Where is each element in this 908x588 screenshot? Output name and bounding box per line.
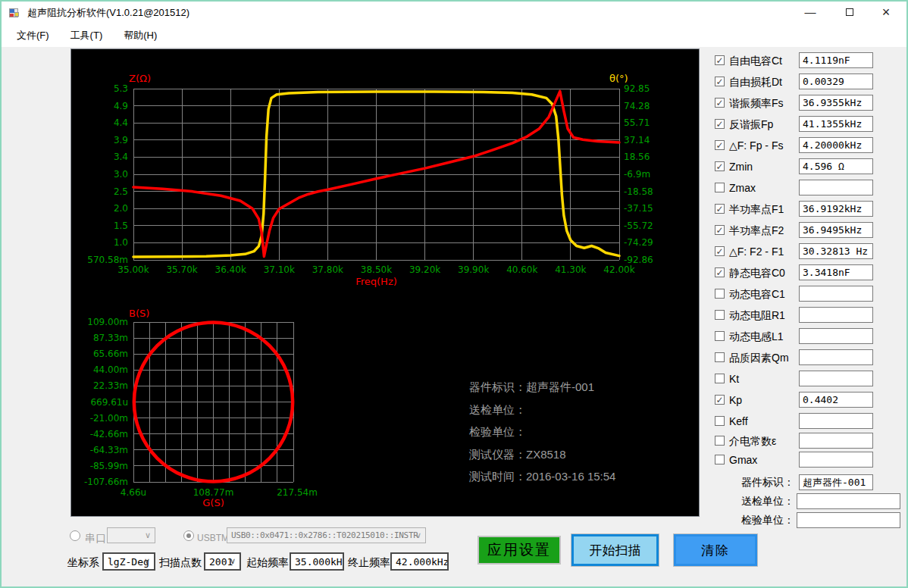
coord-system-select[interactable]: lgZ-Deg ∨ — [102, 552, 155, 571]
param-row: 动态电容C1 — [710, 283, 908, 305]
param-value-input[interactable] — [799, 452, 873, 468]
checkbox-unchecked-icon[interactable] — [715, 416, 725, 426]
b-axis-tick: 669.61u — [90, 397, 128, 408]
param-value-input[interactable] — [799, 433, 873, 449]
param-value-input[interactable] — [799, 413, 873, 429]
checkbox-checked-icon[interactable]: ✓ — [715, 119, 725, 129]
start-freq-input[interactable] — [290, 552, 344, 571]
param-value-input[interactable] — [799, 349, 873, 365]
checkbox-checked-icon[interactable]: ✓ — [715, 77, 725, 86]
stop-freq-input[interactable] — [390, 552, 449, 571]
param-value-input[interactable]: 36.9495kHz — [799, 222, 873, 238]
param-label: Zmin — [729, 156, 753, 177]
theta-axis-tick: -6.9m — [624, 169, 650, 180]
clear-button[interactable]: 清除 — [674, 534, 757, 566]
param-value-input[interactable]: 4.1119nF — [799, 52, 873, 68]
param-label: 谐振频率Fs — [729, 92, 784, 114]
z-axis-tick: 3.4 — [114, 152, 128, 162]
checkbox-checked-icon[interactable]: ✓ — [715, 225, 725, 235]
param-value-input[interactable]: 41.1355kHz — [799, 116, 873, 132]
b-axis-tick: -42.66m — [90, 429, 128, 439]
serial-port-select[interactable]: ∨ — [107, 527, 155, 543]
checkbox-unchecked-icon[interactable] — [715, 436, 725, 446]
annotation-line: 检验单位： — [469, 425, 693, 439]
checkbox-unchecked-icon[interactable] — [715, 331, 725, 341]
title-bar: 超声阻抗分析软件(V1.0.21@201512) — × — [2, 2, 906, 24]
checkbox-unchecked-icon[interactable] — [715, 352, 725, 362]
param-row: ✓自由损耗Dt0.00329 — [710, 71, 908, 92]
param-row: ✓Kp0.4402 — [710, 389, 908, 411]
checkbox-unchecked-icon[interactable] — [715, 289, 725, 299]
apply-settings-button[interactable]: 应用设置 — [477, 536, 561, 565]
checkbox-checked-icon[interactable]: ✓ — [715, 395, 725, 405]
param-label: Gmax — [729, 449, 757, 471]
param-label: 半功率点F1 — [729, 199, 784, 220]
freq-axis-tick: 35.70k — [166, 264, 197, 275]
param-value: 3.3418nF — [800, 265, 872, 280]
param-row: Keff — [710, 411, 908, 432]
param-row: Zmax — [710, 177, 908, 199]
chevron-down-icon: ∨ — [145, 530, 151, 540]
annotation-label: 测试时间： — [469, 470, 526, 483]
checkbox-unchecked-icon[interactable] — [715, 310, 725, 320]
field-value-input[interactable] — [797, 493, 900, 509]
param-value-input[interactable] — [799, 180, 873, 195]
close-button[interactable]: × — [869, 2, 903, 24]
maximize-button[interactable] — [832, 2, 867, 24]
param-value-input[interactable]: 30.32813 Hz — [799, 243, 873, 259]
start-scan-button[interactable]: 开始扫描 — [571, 534, 659, 566]
field-value-input[interactable] — [797, 512, 900, 528]
freq-axis-tick: 37.10k — [264, 264, 295, 275]
param-label: 静态电容C0 — [729, 262, 785, 283]
param-value-input[interactable] — [799, 307, 873, 323]
param-label: △F: Fp - Fs — [729, 135, 783, 156]
g-axis-tick: 4.66u — [121, 487, 146, 498]
checkbox-checked-icon[interactable]: ✓ — [715, 55, 725, 65]
checkbox-checked-icon[interactable]: ✓ — [715, 140, 725, 150]
theta-axis-tick: -74.29 — [624, 237, 653, 248]
param-value-input[interactable] — [799, 328, 873, 344]
checkbox-checked-icon[interactable]: ✓ — [715, 267, 725, 277]
annotation-line: 测试仪器：ZX8518 — [469, 448, 693, 461]
param-value-input[interactable] — [799, 286, 873, 302]
param-value-input[interactable]: 36.9355kHz — [799, 95, 873, 111]
checkbox-unchecked-icon[interactable] — [715, 455, 725, 464]
param-label: 动态电感L1 — [729, 326, 784, 347]
param-value-input[interactable]: 4.596 Ω — [799, 158, 873, 174]
minimize-button[interactable]: — — [793, 2, 828, 24]
usbtmc-radio[interactable] — [183, 530, 194, 541]
param-value-input[interactable]: 3.3418nF — [799, 264, 873, 280]
theta-axis-tick: 74.28 — [624, 101, 650, 111]
menu-item-0[interactable]: 文件(F) — [6, 25, 60, 46]
param-value-input[interactable] — [799, 371, 873, 386]
z-axis-tick: 2.5 — [114, 186, 128, 197]
freq-axis-tick: 41.30k — [555, 264, 586, 275]
annotation-line: 器件标识：超声器件-001 — [469, 380, 693, 394]
annotation-label: 检验单位： — [469, 425, 526, 438]
checkbox-unchecked-icon[interactable] — [715, 374, 725, 383]
z-axis-tick: 1.5 — [114, 220, 128, 231]
checkbox-unchecked-icon[interactable] — [715, 183, 725, 192]
annotation-value: ZX8518 — [526, 448, 566, 461]
param-value-input[interactable]: 4.20000kHz — [799, 137, 873, 153]
field-value-input[interactable]: 超声器件-001 — [799, 474, 873, 490]
menu-item-2[interactable]: 帮助(H) — [113, 25, 168, 46]
menu-item-1[interactable]: 工具(T) — [60, 25, 114, 46]
param-value-input[interactable]: 36.9192kHz — [799, 201, 873, 217]
scan-points-select[interactable]: 2001 ∨ — [204, 552, 241, 571]
checkbox-checked-icon[interactable]: ✓ — [715, 161, 725, 171]
b-axis-tick: -85.99m — [90, 461, 128, 471]
checkbox-checked-icon[interactable]: ✓ — [715, 204, 725, 214]
menu-bar: 文件(F)工具(T)帮助(H) — [2, 24, 906, 47]
checkbox-checked-icon[interactable]: ✓ — [715, 98, 725, 108]
b-axis-tick: 65.66m — [93, 349, 128, 359]
serial-radio[interactable] — [70, 530, 80, 541]
param-value-input[interactable]: 0.4402 — [799, 392, 873, 408]
checkbox-checked-icon[interactable]: ✓ — [715, 246, 725, 256]
param-value-input[interactable]: 0.00329 — [799, 74, 873, 89]
theta-axis-label: θ(°) — [609, 73, 628, 84]
param-value: 4.20000kHz — [800, 138, 872, 152]
theta-axis-tick: -37.15 — [624, 203, 653, 214]
g-axis-tick: 108.77m — [193, 487, 234, 498]
usbtmc-resource-select[interactable]: USB0::0x0471::0x2786::T020215010::INSTR … — [227, 527, 426, 543]
